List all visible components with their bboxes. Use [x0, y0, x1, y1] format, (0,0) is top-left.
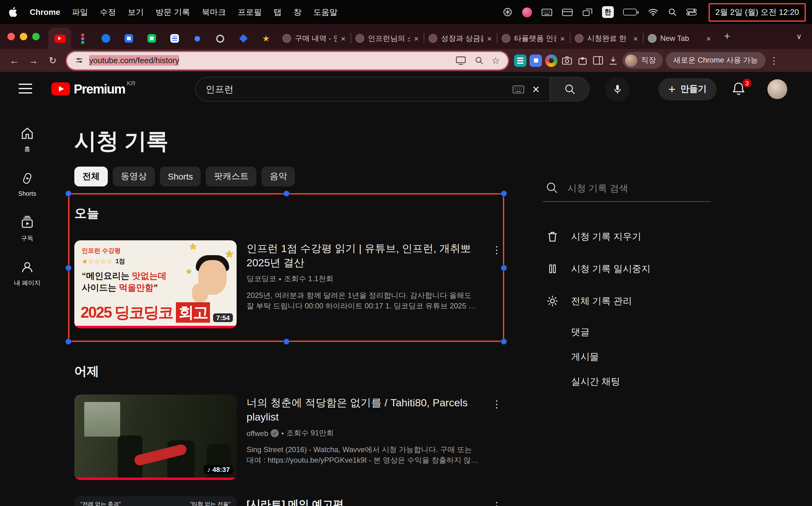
tab-close-icon[interactable]: ×	[341, 34, 346, 43]
control-center-icon[interactable]	[686, 8, 697, 16]
clear-search-icon[interactable]: ×	[532, 83, 539, 95]
extensions-puzzle-icon[interactable]	[576, 54, 589, 67]
back-button[interactable]: ←	[6, 52, 22, 68]
search-button[interactable]	[550, 77, 590, 102]
tab-watched[interactable]: 시청완료 한 강 ×	[570, 28, 643, 49]
menu-edit[interactable]: 수정	[100, 6, 116, 18]
manage-history-button[interactable]: 전체 기록 관리	[543, 286, 711, 316]
downloads-icon[interactable]	[607, 54, 619, 67]
zoom-icon[interactable]	[474, 56, 483, 65]
input-tools-keyboard-icon[interactable]	[513, 85, 525, 94]
link-live-chat[interactable]: 실시간 채팅	[543, 369, 711, 394]
guide-menu-icon[interactable]	[19, 84, 32, 93]
chrome-update-button[interactable]: 새로운 Chrome 사용 가능	[666, 52, 765, 69]
channel-name[interactable]: offweb	[247, 429, 268, 438]
pinned-tab-diamond[interactable]	[232, 28, 255, 49]
tab-close-icon[interactable]: ×	[706, 34, 711, 43]
profile-chip[interactable]: 직장	[623, 52, 663, 69]
menu-tab[interactable]: 탭	[274, 6, 282, 18]
account-avatar[interactable]	[768, 79, 787, 99]
menu-history[interactable]: 방문 기록	[156, 6, 190, 18]
video-thumbnail[interactable]: 인프런 수강평 ★☆☆☆☆ 1점 “메인요리는 맛없는데 사이드는 먹을만함”	[74, 240, 237, 328]
create-button[interactable]: + 만들기	[658, 78, 716, 100]
reading-list-icon[interactable]	[592, 54, 604, 67]
battery-icon[interactable]	[623, 9, 639, 15]
clear-history-button[interactable]: 시청 기록 지우기	[543, 222, 711, 251]
video-thumbnail[interactable]: “전례 없는 충격” “타협 없는 전율”	[74, 496, 237, 506]
menu-profiles[interactable]: 프로필	[238, 6, 262, 18]
keyboard-icon[interactable]	[541, 8, 552, 16]
pinned-tab-green-square[interactable]	[140, 28, 163, 49]
yt-search-input[interactable]	[206, 84, 505, 94]
chatgpt-icon[interactable]	[502, 7, 513, 17]
yt-search-box[interactable]: ×	[195, 77, 550, 102]
video-menu-icon[interactable]: ⋮	[489, 496, 504, 506]
menu-view[interactable]: 보기	[127, 6, 144, 18]
tab-close-icon[interactable]: ×	[414, 34, 419, 43]
tab-inflearn[interactable]: 인프런님의 소 ×	[351, 28, 424, 49]
reload-button[interactable]: ↻	[44, 52, 61, 68]
pinned-tab-figma[interactable]	[71, 28, 94, 49]
yt-logo[interactable]: Premium KR	[52, 82, 136, 95]
rail-item-home[interactable]: 홈	[7, 121, 48, 157]
apple-logo-icon[interactable]	[9, 7, 18, 17]
bookmark-star-icon[interactable]: ☆	[491, 56, 500, 65]
card-widget-icon[interactable]	[562, 8, 573, 16]
video-menu-icon[interactable]: ⋮	[489, 240, 504, 328]
cast-icon[interactable]	[455, 56, 466, 65]
menu-file[interactable]: 파일	[72, 6, 88, 18]
tab-search-chevron-icon[interactable]: ∨	[791, 32, 807, 41]
pink-app-icon[interactable]	[522, 7, 532, 17]
rail-item-subscriptions[interactable]: 구독	[7, 210, 48, 247]
pinned-tab-blue-square[interactable]	[117, 28, 140, 49]
menubar-clock-annotated[interactable]: 2월 2일 (월) 오전 12:20	[709, 3, 806, 21]
video-title[interactable]: 인프런 1점 수강평 읽기 | 유튜브, 인프런, 개취뽀 2025년 결산	[247, 242, 479, 270]
chip-podcasts[interactable]: 팟캐스트	[206, 167, 257, 186]
site-settings-icon[interactable]	[75, 56, 84, 65]
window-minimize-button[interactable]	[20, 33, 27, 40]
link-comments[interactable]: 댓글	[543, 320, 711, 344]
spotlight-search-icon[interactable]	[668, 7, 677, 17]
pinned-tab-blue-dot[interactable]	[186, 28, 209, 49]
forward-button[interactable]: →	[25, 52, 41, 68]
rail-item-you[interactable]: 내 페이지	[7, 255, 48, 291]
extension-icon-blue[interactable]	[530, 54, 542, 67]
omnibox[interactable]: youtube.com/feed/history ☆	[67, 52, 508, 69]
window-zoom-button[interactable]	[32, 33, 39, 40]
pinned-tab-ring[interactable]	[209, 28, 232, 49]
pause-history-button[interactable]: 시청 기록 일시중지	[543, 254, 711, 284]
window-close-button[interactable]	[7, 33, 15, 40]
tab-close-icon[interactable]: ×	[487, 34, 492, 43]
menu-bookmarks[interactable]: 북마크	[202, 6, 226, 18]
chip-music[interactable]: 음악	[262, 167, 295, 186]
chip-videos[interactable]: 동영상	[113, 167, 155, 186]
new-tab-button[interactable]: +	[718, 28, 736, 45]
pinned-tab-youtube[interactable]	[48, 28, 71, 49]
tab-close-icon[interactable]: ×	[633, 34, 638, 43]
wifi-icon[interactable]	[648, 8, 658, 16]
menubar-app-name[interactable]: Chrome	[30, 7, 60, 17]
history-search-input[interactable]	[567, 182, 672, 193]
chip-all[interactable]: 전체	[74, 167, 108, 186]
rail-item-shorts[interactable]: Shorts	[7, 166, 48, 202]
tab-platform-cert[interactable]: 타플랫폼 인증 ×	[497, 28, 570, 49]
video-menu-icon[interactable]: ⋮	[489, 395, 504, 480]
video-title[interactable]: 너의 청춘에 적당함은 없기를 / Tahiti80, Parcels play…	[247, 396, 479, 424]
pinned-tab-notes[interactable]	[163, 28, 186, 49]
voice-search-button[interactable]	[605, 77, 630, 102]
link-posts[interactable]: 게시물	[543, 344, 711, 369]
video-thumbnail[interactable]: ♪48:37	[74, 395, 237, 480]
video-title[interactable]: [시라트] 메인 예고편	[247, 497, 479, 506]
tab-close-icon[interactable]: ×	[560, 34, 565, 43]
pinned-tab-blue-circle[interactable]	[94, 28, 117, 49]
tab-new-tab[interactable]: New Tab ×	[643, 28, 716, 49]
stage-manager-icon[interactable]	[582, 7, 593, 17]
menu-window[interactable]: 창	[293, 6, 302, 18]
chip-shorts[interactable]: Shorts	[160, 167, 201, 186]
history-search[interactable]	[543, 181, 711, 202]
notifications-button[interactable]: 3	[731, 81, 747, 97]
channel-name[interactable]: 딩코딩코	[247, 274, 276, 284]
extension-icon-camera[interactable]	[560, 54, 573, 67]
input-source-badge[interactable]: 한	[602, 6, 614, 18]
extension-icon-card[interactable]	[514, 54, 527, 67]
